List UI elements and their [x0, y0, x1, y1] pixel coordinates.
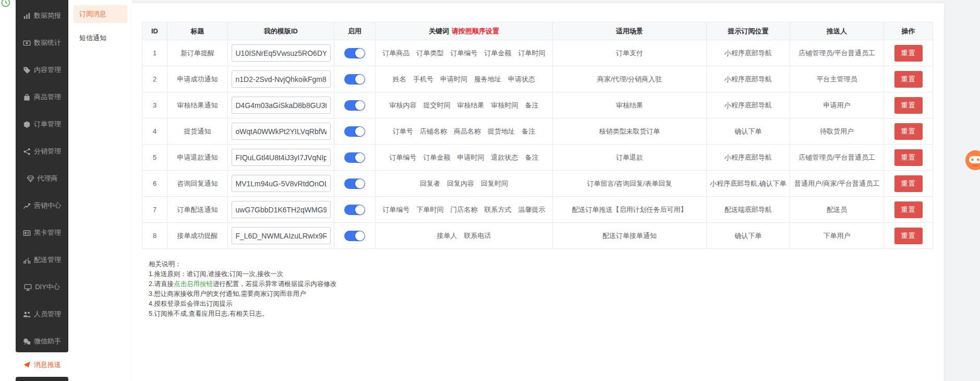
cell-enabled	[334, 92, 376, 118]
sidebar-item[interactable]: 代理商	[16, 165, 68, 192]
toggle-knob	[355, 75, 365, 84]
floating-assistant-button[interactable]	[965, 150, 980, 171]
sidebar-item[interactable]: DIY中心	[16, 273, 68, 301]
sidebar-item[interactable]: 数据简报	[16, 2, 68, 29]
submenu-item-subscribe-message[interactable]: 订阅消息	[74, 5, 127, 23]
cell-title: 咨询回复通知	[167, 171, 228, 197]
sidebar-item[interactable]: 商品管理	[16, 84, 68, 111]
col-header-template-id: 我的模版ID	[228, 22, 334, 40]
keywords-header-label: 关键词	[429, 27, 449, 35]
enable-toggle[interactable]	[344, 126, 365, 137]
sidebar-item-label: 消息推送	[34, 360, 61, 370]
history-clock-icon[interactable]	[1, 0, 10, 7]
reset-button[interactable]: 重置	[894, 97, 923, 114]
cell-receiver: 配送员	[790, 197, 884, 223]
cell-enabled	[334, 40, 376, 66]
id-card-icon	[23, 229, 31, 237]
cell-template-id	[228, 197, 334, 223]
sidebar-item[interactable]: 微信助手	[16, 328, 68, 352]
content-card: ID 标题 我的模版ID 启用 关键词请按照顺序设置 适用场景 提示订阅位置 推…	[132, 3, 944, 381]
col-header-receiver: 推送人	[790, 22, 884, 40]
reset-button[interactable]: 重置	[894, 149, 923, 166]
note-text: 进行配置，若提示异常请根据提示内容修改	[213, 280, 337, 288]
sidebar-item[interactable]: 人员管理	[16, 301, 68, 328]
cell-scenario: 配送订单接单通知	[553, 223, 707, 249]
template-id-input[interactable]	[232, 201, 331, 218]
cell-receiver: 店铺管理员/平台普通员工	[790, 40, 884, 66]
cell-enabled	[334, 145, 376, 171]
cell-keywords: 审核内容 提交时间 审核结果 审核时间 备注	[376, 92, 553, 118]
cell-action: 重置	[884, 171, 933, 197]
cell-enabled	[334, 118, 376, 145]
cell-keywords: 订单编号 订单金额 申请时间 退款状态 备注	[376, 145, 553, 171]
order-box-icon	[23, 121, 31, 128]
sidebar-item[interactable]: 营销中心	[16, 192, 68, 219]
template-id-input[interactable]	[232, 227, 331, 244]
enable-toggle[interactable]	[344, 152, 365, 163]
table-header-row: ID 标题 我的模版ID 启用 关键词请按照顺序设置 适用场景 提示订阅位置 推…	[142, 22, 933, 40]
enable-toggle[interactable]	[344, 205, 365, 215]
enable-toggle[interactable]	[344, 48, 365, 58]
reset-button[interactable]: 重置	[894, 45, 923, 62]
enable-toggle[interactable]	[344, 74, 365, 85]
sidebar-item[interactable]: 订单管理	[16, 111, 68, 138]
cell-template-id	[228, 40, 334, 66]
reset-button[interactable]: 重置	[894, 71, 923, 88]
reset-button[interactable]: 重置	[894, 175, 923, 192]
template-id-input[interactable]	[232, 175, 331, 192]
enable-button-hint-link[interactable]: 点击启用按钮	[174, 280, 213, 288]
notes-section: 相关说明： 1.推送原则：谁订阅,谁接收;订阅一次,接收一次2.请直接点击启用按…	[149, 259, 944, 319]
main-sidebar: 数据简报数据统计内容管理商品管理订单管理分销管理代理商营销中心黑卡管理配送管理D…	[16, 0, 68, 381]
sidebar-item-label: 订单管理	[34, 120, 61, 129]
note-line: 5.订阅推不成,查看应用日志,有相关日志。	[149, 309, 944, 319]
template-id-input[interactable]	[232, 44, 331, 62]
template-id-input[interactable]	[232, 149, 331, 166]
cell-template-id	[228, 66, 334, 92]
cell-scenario: 商家/代理/分销商入驻	[553, 66, 707, 92]
cell-keywords: 接单人 联系电话	[376, 223, 553, 249]
toggle-knob	[355, 49, 365, 58]
cell-keywords: 订单号 店铺名称 商品名称 提货地址 备注	[376, 118, 553, 145]
sidebar-item-message-push[interactable]: 消息推送	[16, 352, 68, 377]
cell-template-id	[228, 223, 334, 249]
cell-template-id	[228, 92, 334, 118]
gem-icon	[27, 175, 34, 183]
cell-keywords: 订单商品 订单类型 订单编号 订单金额 订单时间	[376, 40, 553, 66]
enable-toggle[interactable]	[344, 100, 365, 111]
sidebar-item[interactable]: 配送管理	[16, 246, 68, 273]
col-header-keywords: 关键词请按照顺序设置	[376, 22, 553, 40]
cell-position: 确认下单	[707, 118, 790, 145]
reset-button[interactable]: 重置	[894, 123, 923, 140]
share-icon	[23, 148, 31, 156]
cell-scenario: 核销类型未取货订单	[553, 118, 707, 145]
cell-title: 审核结果通知	[167, 92, 228, 118]
note-line: 1.推送原则：谁订阅,谁接收;订阅一次,接收一次	[149, 269, 944, 279]
cell-template-id	[228, 118, 334, 145]
sidebar-item-label: 商品管理	[34, 92, 61, 102]
template-id-input[interactable]	[232, 123, 331, 140]
banknote-icon	[23, 39, 31, 47]
enable-toggle[interactable]	[344, 231, 365, 241]
cell-scenario: 订单留言/咨询回复/表单回复	[553, 171, 707, 197]
note-line: 3.想让商家接收用户的支付通知,需要商家订阅而非用户	[149, 289, 944, 299]
reset-button[interactable]: 重置	[894, 201, 923, 218]
sidebar-item-label: 营销中心	[34, 201, 61, 210]
sidebar-item-label: 代理商	[38, 174, 58, 183]
note-line: 4.授权登录后会弹出订阅提示	[149, 299, 944, 309]
sidebar-item[interactable]: 黑卡管理	[16, 219, 68, 246]
cell-receiver: 申请用户	[790, 92, 884, 118]
template-id-input[interactable]	[232, 97, 331, 114]
template-id-input[interactable]	[232, 70, 331, 88]
sidebar-item[interactable]: 内容管理	[16, 56, 68, 84]
cell-id: 3	[142, 92, 167, 118]
sidebar-item[interactable]: 数据统计	[16, 29, 68, 56]
table-row: 4提货通知订单号 店铺名称 商品名称 提货地址 备注核销类型未取货订单确认下单待…	[142, 118, 933, 145]
enable-toggle[interactable]	[344, 178, 365, 189]
sidebar-item[interactable]: 分销管理	[16, 138, 68, 165]
reset-button[interactable]: 重置	[894, 228, 923, 244]
shopping-bag-icon	[23, 93, 31, 101]
sidebar-item-label: 数据统计	[34, 38, 61, 47]
submenu-item-sms-notice[interactable]: 短信通知	[74, 29, 127, 47]
notes-lines: 1.推送原则：谁订阅,谁接收;订阅一次,接收一次2.请直接点击启用按钮进行配置，…	[149, 269, 944, 319]
cell-template-id	[228, 145, 334, 171]
